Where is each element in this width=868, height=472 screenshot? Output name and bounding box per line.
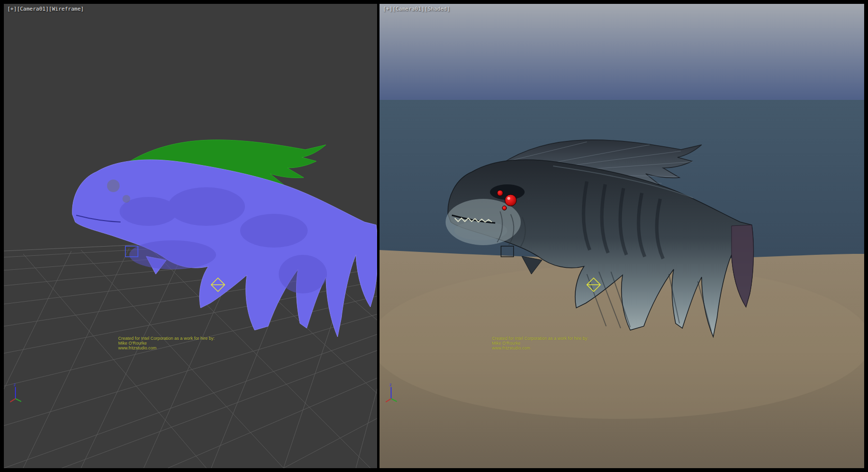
axis-y-icon bbox=[391, 399, 397, 402]
watermark-line: www.fritzstudio.com bbox=[118, 346, 215, 350]
fish-model-wireframe[interactable] bbox=[72, 160, 377, 337]
viewport-menu-button[interactable]: [+] bbox=[383, 6, 393, 12]
watermark: Created for Intel Corporation as a work … bbox=[492, 336, 588, 350]
shaded-canvas[interactable] bbox=[380, 4, 864, 468]
world-axis-tripod: z bbox=[8, 381, 27, 404]
eye-highlight bbox=[507, 197, 510, 200]
shading-mode-label[interactable]: [Shaded] bbox=[424, 6, 450, 12]
watermark-line: Created for Intel Corporation as a work … bbox=[492, 336, 588, 341]
axis-x-icon bbox=[10, 399, 15, 402]
viewport-label-left: [+][Camera01][Wireframe] bbox=[7, 6, 84, 12]
watermark: Created for Intel Corporation as a work … bbox=[118, 336, 215, 350]
fish-eye-wireframe bbox=[107, 180, 120, 192]
viewport-area: [+][Camera01][Wireframe] bbox=[0, 0, 868, 472]
watermark-line: Mike O'Rourke bbox=[492, 341, 588, 346]
viewport-shaded[interactable]: [+][Camera01][Shaded] bbox=[380, 4, 864, 468]
viewport-label-right: [+][Camera01][Shaded] bbox=[383, 6, 450, 12]
watermark-line: www.fritzstudio.com bbox=[492, 346, 588, 350]
wireframe-canvas[interactable] bbox=[4, 4, 377, 468]
fish-eye-wireframe-small bbox=[122, 195, 130, 203]
watermark-line: Mike O'Rourke bbox=[118, 341, 215, 346]
fish-eye-small-upper bbox=[497, 190, 503, 196]
viewport-menu-button[interactable]: [+] bbox=[7, 6, 17, 12]
camera-menu-label[interactable]: [Camera01] bbox=[17, 6, 49, 12]
axis-z-label: z bbox=[14, 382, 16, 387]
axis-y-icon bbox=[15, 399, 21, 402]
axis-x-icon bbox=[386, 399, 391, 402]
fish-eye-small-lower bbox=[502, 206, 507, 210]
world-axis-tripod: z bbox=[383, 381, 403, 404]
shading-mode-label[interactable]: [Wireframe] bbox=[49, 6, 84, 12]
fish-eye-main bbox=[505, 194, 516, 206]
viewport-wireframe[interactable]: [+][Camera01][Wireframe] bbox=[4, 4, 377, 468]
camera-menu-label[interactable]: [Camera01] bbox=[393, 6, 424, 12]
watermark-line: Created for Intel Corporation as a work … bbox=[118, 336, 215, 341]
axis-z-label: z bbox=[389, 382, 392, 387]
sky bbox=[380, 4, 864, 100]
